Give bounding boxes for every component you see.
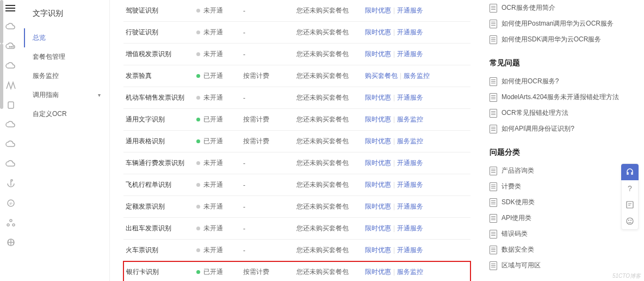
sidebar-item-3[interactable]: 调用指南▾ (24, 85, 109, 105)
billing-mode: 按需计费 (241, 261, 294, 281)
status-dot-icon (196, 52, 200, 56)
action-promo[interactable]: 限时优惠 (365, 7, 391, 14)
action-enable[interactable]: 开通服务 (397, 7, 423, 14)
action-promo[interactable]: 限时优惠 (365, 115, 391, 123)
service-status: 未开通 (194, 0, 241, 22)
row-actions: 限时优惠|开通服务 (363, 0, 470, 22)
floating-help-rail: ? (621, 163, 639, 230)
action-monitor[interactable]: 服务监控 (397, 268, 423, 276)
cloud-icon-4[interactable] (5, 139, 16, 149)
headset-icon[interactable] (621, 164, 639, 180)
doc-label: ModelArts.4204服务未开通报错处理方法 (501, 93, 619, 102)
cloud-icon-2[interactable] (5, 61, 16, 71)
service-status: 未开通 (194, 87, 241, 109)
globe-icon[interactable] (5, 237, 16, 247)
cloud-icon-5[interactable] (5, 159, 16, 169)
faq-item-1[interactable]: ModelArts.4204服务未开通报错处理方法 (490, 89, 622, 105)
action-promo[interactable]: 限时优惠 (365, 94, 391, 101)
top-doc-0[interactable]: OCR服务使用简介 (490, 0, 622, 16)
action-enable[interactable]: 开通服务 (397, 159, 423, 167)
cloud-icon[interactable] (5, 22, 16, 32)
ip-icon[interactable]: IP (5, 198, 16, 208)
watermark: 51CTO博客 (612, 272, 641, 280)
device-icon[interactable] (5, 100, 16, 110)
top-doc-1[interactable]: 如何使用Postman调用华为云OCR服务 (490, 16, 622, 32)
package-status: 您还未购买套餐包 (294, 44, 363, 65)
action-enable[interactable]: 开通服务 (397, 50, 423, 58)
sidebar-item-0[interactable]: 总览 (24, 28, 109, 47)
action-promo[interactable]: 限时优惠 (365, 159, 391, 167)
document-icon (490, 93, 497, 102)
action-monitor[interactable]: 服务监控 (397, 115, 423, 123)
cloud-icon-3[interactable] (5, 120, 16, 130)
cloud-dots-icon[interactable] (5, 41, 16, 51)
cat-item-3[interactable]: API使用类 (490, 210, 622, 226)
top-doc-2[interactable]: 如何使用SDK调用华为云OCR服务 (490, 32, 622, 47)
action-enable[interactable]: 开通服务 (397, 94, 423, 101)
help-icon[interactable]: ? (621, 180, 639, 197)
smile-icon[interactable] (621, 213, 639, 229)
hamburger-menu[interactable] (5, 3, 15, 13)
cat-item-5[interactable]: 数据安全类 (490, 242, 622, 258)
action-promo[interactable]: 限时优惠 (365, 50, 391, 58)
action-enable[interactable]: 开通服务 (397, 28, 423, 36)
document-icon (490, 77, 497, 86)
cat-item-4[interactable]: 错误码类 (490, 226, 622, 242)
billing-mode: - (241, 152, 294, 174)
action-promo[interactable]: 限时优惠 (365, 203, 391, 210)
cat-item-6[interactable]: 区域与可用区 (490, 258, 622, 273)
status-dot-icon (196, 183, 200, 187)
action-promo[interactable]: 限时优惠 (365, 137, 391, 145)
cat-item-0[interactable]: 产品咨询类 (490, 163, 622, 179)
row-actions: 限时优惠|服务监控 (363, 261, 470, 281)
cat-item-1[interactable]: 计费类 (490, 179, 622, 194)
status-dot-icon (196, 74, 200, 78)
action-promo[interactable]: 限时优惠 (365, 224, 391, 232)
document-icon (490, 230, 497, 239)
service-name: 银行卡识别 (123, 261, 194, 281)
package-status: 您还未购买套餐包 (294, 65, 363, 87)
service-name: 通用表格识别 (123, 131, 194, 152)
doc-label: 如何使用Postman调用华为云OCR服务 (501, 19, 614, 28)
feedback-icon[interactable] (621, 197, 639, 213)
sidebar-item-1[interactable]: 套餐包管理 (24, 47, 109, 66)
sidebar-item-4[interactable]: 自定义OCR (24, 105, 109, 124)
action-promo[interactable]: 限时优惠 (365, 28, 391, 36)
table-row: 银行卡识别已开通按需计费您还未购买套餐包限时优惠|服务监控 (123, 261, 470, 281)
main-content: 驾驶证识别未开通-您还未购买套餐包限时优惠|开通服务行驶证识别未开通-您还未购买… (114, 0, 480, 281)
action-promo[interactable]: 限时优惠 (365, 268, 391, 276)
action-enable[interactable]: 开通服务 (397, 181, 423, 188)
status-dot-icon (196, 161, 200, 165)
anchor-icon[interactable] (5, 179, 16, 188)
action-promo[interactable]: 限时优惠 (365, 181, 391, 188)
package-status: 您还未购买套餐包 (294, 109, 363, 131)
map-icon[interactable] (5, 81, 16, 90)
nodes-icon[interactable] (5, 218, 16, 228)
faq-item-2[interactable]: OCR常见报错处理方法 (490, 105, 622, 121)
action-enable[interactable]: 开通服务 (397, 246, 423, 254)
cat-item-2[interactable]: SDK使用类 (490, 194, 622, 210)
row-actions: 限时优惠|开通服务 (363, 44, 470, 65)
row-actions: 限时优惠|服务监控 (363, 131, 470, 152)
action-enable[interactable]: 开通服务 (397, 224, 423, 232)
action-enable[interactable]: 开通服务 (397, 203, 423, 210)
action-monitor[interactable]: 服务监控 (397, 137, 423, 145)
action-buy[interactable]: 购买套餐包 (365, 72, 398, 80)
sidebar-item-2[interactable]: 服务监控 (24, 66, 109, 85)
action-promo[interactable]: 限时优惠 (365, 246, 391, 254)
package-status: 您还未购买套餐包 (294, 22, 363, 44)
row-actions: 限时优惠|开通服务 (363, 240, 470, 262)
billing-mode: - (241, 0, 294, 22)
row-actions: 限时优惠|开通服务 (363, 22, 470, 44)
service-status: 已开通 (194, 65, 241, 87)
faq-item-3[interactable]: 如何API调用身份证识别? (490, 121, 622, 137)
table-row: 通用文字识别已开通按需计费您还未购买套餐包限时优惠|服务监控 (123, 109, 470, 131)
action-monitor[interactable]: 服务监控 (404, 72, 430, 80)
service-status: 未开通 (194, 196, 241, 218)
document-icon (490, 198, 497, 207)
service-name: 行驶证识别 (123, 22, 194, 44)
service-status: 未开通 (194, 240, 241, 262)
faq-item-0[interactable]: 如何使用OCR服务? (490, 74, 622, 89)
row-actions: 限时优惠|开通服务 (363, 218, 470, 240)
document-icon (490, 20, 497, 28)
